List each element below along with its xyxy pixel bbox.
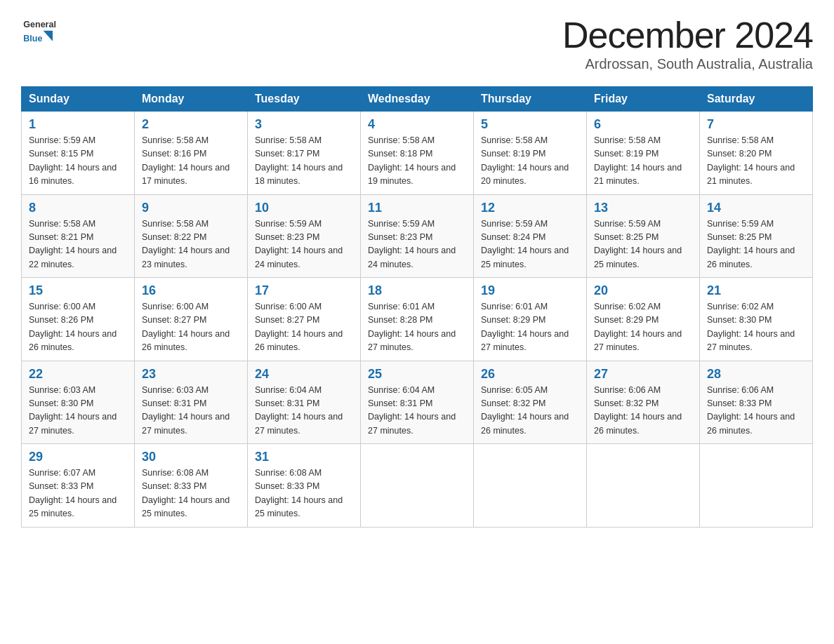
day-info: Sunrise: 6:01 AMSunset: 8:29 PMDaylight:… xyxy=(481,300,579,355)
calendar-cell: 28Sunrise: 6:06 AMSunset: 8:33 PMDayligh… xyxy=(700,361,813,444)
calendar-week-row: 15Sunrise: 6:00 AMSunset: 8:26 PMDayligh… xyxy=(22,278,813,361)
calendar-cell: 29Sunrise: 6:07 AMSunset: 8:33 PMDayligh… xyxy=(22,444,135,528)
day-info: Sunrise: 5:58 AMSunset: 8:19 PMDaylight:… xyxy=(594,134,692,189)
location-subtitle: Ardrossan, South Australia, Australia xyxy=(562,56,813,72)
calendar-cell: 15Sunrise: 6:00 AMSunset: 8:26 PMDayligh… xyxy=(22,278,135,361)
svg-text:General: General xyxy=(23,20,56,29)
day-info: Sunrise: 5:59 AMSunset: 8:24 PMDaylight:… xyxy=(481,217,579,272)
calendar-cell xyxy=(587,444,700,528)
calendar-cell: 8Sunrise: 5:58 AMSunset: 8:21 PMDaylight… xyxy=(22,194,135,278)
day-number: 31 xyxy=(255,450,353,464)
calendar-cell xyxy=(700,444,813,528)
day-number: 2 xyxy=(142,117,240,132)
calendar-cell: 18Sunrise: 6:01 AMSunset: 8:28 PMDayligh… xyxy=(361,278,474,361)
calendar-cell: 30Sunrise: 6:08 AMSunset: 8:33 PMDayligh… xyxy=(135,444,248,528)
calendar-table: SundayMondayTuesdayWednesdayThursdayFrid… xyxy=(21,86,813,528)
day-info: Sunrise: 6:06 AMSunset: 8:33 PMDaylight:… xyxy=(707,384,805,438)
calendar-cell: 13Sunrise: 5:59 AMSunset: 8:25 PMDayligh… xyxy=(587,194,700,278)
calendar-cell: 7Sunrise: 5:58 AMSunset: 8:20 PMDaylight… xyxy=(700,112,813,195)
day-number: 5 xyxy=(481,117,579,132)
day-number: 11 xyxy=(368,201,466,215)
calendar-cell xyxy=(361,444,474,528)
calendar-cell: 21Sunrise: 6:02 AMSunset: 8:30 PMDayligh… xyxy=(700,278,813,361)
calendar-week-row: 8Sunrise: 5:58 AMSunset: 8:21 PMDaylight… xyxy=(22,194,813,278)
day-number: 26 xyxy=(481,367,579,382)
column-header-tuesday: Tuesday xyxy=(248,87,361,112)
day-number: 24 xyxy=(255,367,353,382)
calendar-cell: 4Sunrise: 5:58 AMSunset: 8:18 PMDaylight… xyxy=(361,112,474,195)
logo-icon: General Blue xyxy=(21,14,56,49)
day-number: 4 xyxy=(368,117,466,132)
column-header-saturday: Saturday xyxy=(700,87,813,112)
day-number: 25 xyxy=(368,367,466,382)
day-info: Sunrise: 6:03 AMSunset: 8:30 PMDaylight:… xyxy=(29,384,127,438)
day-number: 18 xyxy=(368,283,466,298)
day-number: 9 xyxy=(142,201,240,215)
day-number: 20 xyxy=(594,283,692,298)
day-number: 16 xyxy=(142,283,240,298)
day-info: Sunrise: 6:02 AMSunset: 8:30 PMDaylight:… xyxy=(707,300,805,355)
day-info: Sunrise: 5:58 AMSunset: 8:18 PMDaylight:… xyxy=(368,134,466,189)
column-header-sunday: Sunday xyxy=(22,87,135,112)
day-info: Sunrise: 5:59 AMSunset: 8:15 PMDaylight:… xyxy=(29,134,127,189)
calendar-cell: 20Sunrise: 6:02 AMSunset: 8:29 PMDayligh… xyxy=(587,278,700,361)
day-info: Sunrise: 6:08 AMSunset: 8:33 PMDaylight:… xyxy=(255,467,353,521)
day-info: Sunrise: 6:03 AMSunset: 8:31 PMDaylight:… xyxy=(142,384,240,438)
day-number: 28 xyxy=(707,367,805,382)
day-info: Sunrise: 6:01 AMSunset: 8:28 PMDaylight:… xyxy=(368,300,466,355)
calendar-cell: 25Sunrise: 6:04 AMSunset: 8:31 PMDayligh… xyxy=(361,361,474,444)
day-number: 22 xyxy=(29,367,127,382)
day-info: Sunrise: 5:59 AMSunset: 8:25 PMDaylight:… xyxy=(707,217,805,272)
calendar-cell: 16Sunrise: 6:00 AMSunset: 8:27 PMDayligh… xyxy=(135,278,248,361)
calendar-week-row: 22Sunrise: 6:03 AMSunset: 8:30 PMDayligh… xyxy=(22,361,813,444)
day-number: 14 xyxy=(707,201,805,215)
calendar-cell: 12Sunrise: 5:59 AMSunset: 8:24 PMDayligh… xyxy=(474,194,587,278)
logo: General Blue xyxy=(21,14,56,49)
day-info: Sunrise: 6:08 AMSunset: 8:33 PMDaylight:… xyxy=(142,467,240,521)
day-info: Sunrise: 5:58 AMSunset: 8:22 PMDaylight:… xyxy=(142,217,240,272)
day-number: 13 xyxy=(594,201,692,215)
day-number: 15 xyxy=(29,283,127,298)
day-info: Sunrise: 5:59 AMSunset: 8:25 PMDaylight:… xyxy=(594,217,692,272)
calendar-cell: 1Sunrise: 5:59 AMSunset: 8:15 PMDaylight… xyxy=(22,112,135,195)
calendar-cell: 23Sunrise: 6:03 AMSunset: 8:31 PMDayligh… xyxy=(135,361,248,444)
page-header: General Blue December 2024 Ardrossan, So… xyxy=(21,14,813,72)
day-number: 30 xyxy=(142,450,240,464)
day-info: Sunrise: 5:58 AMSunset: 8:21 PMDaylight:… xyxy=(29,217,127,272)
calendar-cell: 9Sunrise: 5:58 AMSunset: 8:22 PMDaylight… xyxy=(135,194,248,278)
day-info: Sunrise: 6:05 AMSunset: 8:32 PMDaylight:… xyxy=(481,384,579,438)
day-info: Sunrise: 5:59 AMSunset: 8:23 PMDaylight:… xyxy=(368,217,466,272)
day-info: Sunrise: 6:04 AMSunset: 8:31 PMDaylight:… xyxy=(255,384,353,438)
calendar-cell: 6Sunrise: 5:58 AMSunset: 8:19 PMDaylight… xyxy=(587,112,700,195)
day-info: Sunrise: 5:58 AMSunset: 8:19 PMDaylight:… xyxy=(481,134,579,189)
day-number: 1 xyxy=(29,117,127,132)
day-info: Sunrise: 6:02 AMSunset: 8:29 PMDaylight:… xyxy=(594,300,692,355)
day-number: 6 xyxy=(594,117,692,132)
day-number: 3 xyxy=(255,117,353,132)
svg-text:Blue: Blue xyxy=(23,34,42,43)
day-info: Sunrise: 6:04 AMSunset: 8:31 PMDaylight:… xyxy=(368,384,466,438)
calendar-cell: 3Sunrise: 5:58 AMSunset: 8:17 PMDaylight… xyxy=(248,112,361,195)
column-header-monday: Monday xyxy=(135,87,248,112)
calendar-cell: 11Sunrise: 5:59 AMSunset: 8:23 PMDayligh… xyxy=(361,194,474,278)
day-number: 27 xyxy=(594,367,692,382)
calendar-cell: 22Sunrise: 6:03 AMSunset: 8:30 PMDayligh… xyxy=(22,361,135,444)
day-number: 10 xyxy=(255,201,353,215)
day-info: Sunrise: 5:58 AMSunset: 8:17 PMDaylight:… xyxy=(255,134,353,189)
calendar-cell: 26Sunrise: 6:05 AMSunset: 8:32 PMDayligh… xyxy=(474,361,587,444)
column-header-friday: Friday xyxy=(587,87,700,112)
calendar-cell: 31Sunrise: 6:08 AMSunset: 8:33 PMDayligh… xyxy=(248,444,361,528)
calendar-cell: 14Sunrise: 5:59 AMSunset: 8:25 PMDayligh… xyxy=(700,194,813,278)
day-info: Sunrise: 6:00 AMSunset: 8:26 PMDaylight:… xyxy=(29,300,127,355)
day-number: 19 xyxy=(481,283,579,298)
day-number: 23 xyxy=(142,367,240,382)
day-number: 29 xyxy=(29,450,127,464)
calendar-cell: 5Sunrise: 5:58 AMSunset: 8:19 PMDaylight… xyxy=(474,112,587,195)
column-header-thursday: Thursday xyxy=(474,87,587,112)
calendar-week-row: 29Sunrise: 6:07 AMSunset: 8:33 PMDayligh… xyxy=(22,444,813,528)
day-info: Sunrise: 6:00 AMSunset: 8:27 PMDaylight:… xyxy=(142,300,240,355)
calendar-cell xyxy=(474,444,587,528)
day-number: 21 xyxy=(707,283,805,298)
day-info: Sunrise: 6:06 AMSunset: 8:32 PMDaylight:… xyxy=(594,384,692,438)
day-number: 8 xyxy=(29,201,127,215)
